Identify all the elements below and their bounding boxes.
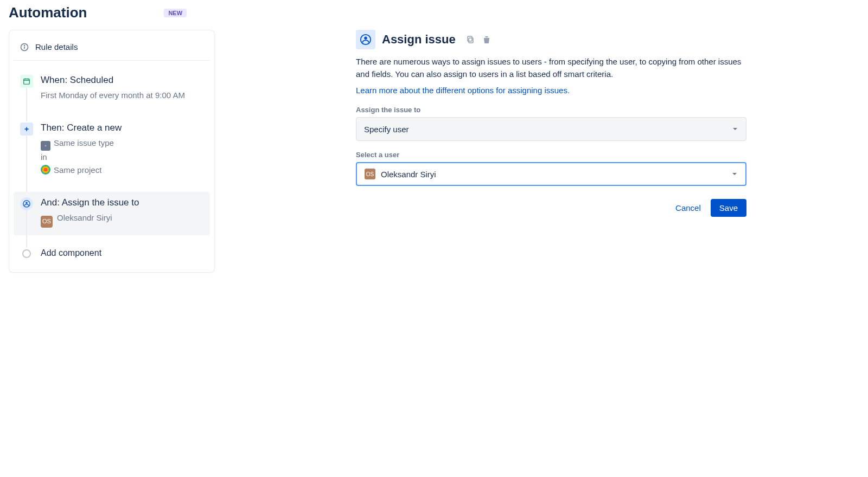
content-title: Assign issue [382, 33, 456, 47]
assign-to-value: Specify user [364, 125, 409, 134]
assign-issue-icon [356, 30, 375, 49]
select-user-select[interactable]: OS Oleksandr Siryi [356, 162, 746, 186]
learn-more-link[interactable]: Learn more about the different options f… [356, 86, 570, 95]
step-then[interactable]: + Then: Create a new ◦Same issue type in… [14, 117, 210, 184]
connector-line [26, 136, 27, 196]
project-icon [41, 165, 50, 175]
content-description: There are numerous ways to assign issues… [356, 56, 746, 80]
svg-point-2 [24, 45, 25, 46]
step-and-assign[interactable]: And: Assign the issue to OSOleksandr Sir… [14, 192, 210, 235]
plus-icon: + [20, 123, 33, 136]
step-when[interactable]: When: Scheduled First Monday of every mo… [14, 69, 210, 109]
step-then-sub: ◦Same issue type in Same project [41, 137, 203, 177]
page-title: Automation [9, 4, 87, 21]
step-and-title: And: Assign the issue to [41, 197, 203, 208]
svg-point-8 [25, 202, 28, 204]
assign-icon [20, 197, 33, 210]
svg-rect-3 [24, 79, 30, 85]
rule-details-row[interactable]: Rule details [14, 37, 210, 61]
chevron-down-icon [731, 171, 738, 177]
selected-user-value: Oleksandr Siryi [381, 170, 436, 179]
step-and-user: OSOleksandr Siryi [41, 211, 203, 228]
issue-type-icon: ◦ [41, 141, 50, 151]
add-component-label: Add component [41, 248, 101, 257]
detail-content: Assign issue There are numerous ways to … [356, 30, 746, 273]
cancel-button[interactable]: Cancel [675, 203, 701, 212]
assign-to-select[interactable]: Specify user [356, 117, 746, 141]
same-project-label: Same project [54, 165, 101, 175]
calendar-icon [20, 75, 33, 88]
trash-icon[interactable] [481, 34, 493, 46]
new-badge: NEW [164, 9, 187, 17]
content-header: Assign issue [356, 30, 746, 49]
page-header: Automation NEW [9, 4, 859, 21]
avatar: OS [365, 169, 375, 179]
connector-line [26, 210, 27, 247]
connector-line [26, 88, 27, 121]
svg-point-10 [364, 37, 367, 40]
assign-to-label: Assign the issue to [356, 106, 746, 114]
svg-rect-11 [469, 38, 473, 43]
svg-rect-12 [468, 36, 472, 41]
action-row: Cancel Save [356, 199, 746, 217]
assigned-user-name: Oleksandr Siryi [57, 213, 112, 222]
rule-panel: Rule details When: Scheduled First Monda… [9, 30, 215, 273]
empty-circle-icon [22, 249, 31, 258]
chevron-down-icon [732, 126, 738, 132]
rule-details-label: Rule details [35, 42, 78, 51]
step-when-sub: First Monday of every month at 9:00 AM [41, 89, 203, 102]
in-label: in [41, 152, 47, 162]
copy-icon[interactable] [464, 34, 476, 46]
step-when-title: When: Scheduled [41, 75, 203, 86]
info-icon [20, 43, 29, 51]
select-user-label: Select a user [356, 151, 746, 159]
same-issue-type-label: Same issue type [54, 138, 114, 147]
save-button[interactable]: Save [711, 199, 746, 217]
avatar: OS [41, 216, 53, 228]
step-then-title: Then: Create a new [41, 123, 203, 133]
add-component-row[interactable]: Add component [14, 243, 210, 266]
